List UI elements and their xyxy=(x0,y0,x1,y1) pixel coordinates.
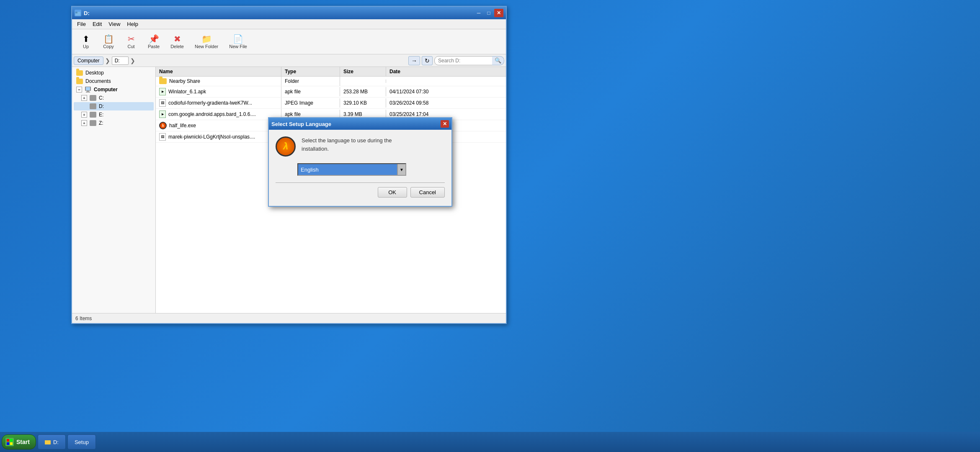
dialog-titlebar: Select Setup Language ✕ xyxy=(269,118,451,130)
cancel-button[interactable]: Cancel xyxy=(410,187,445,198)
dialog-buttons: OK Cancel xyxy=(276,187,445,199)
dialog-close-button[interactable]: ✕ xyxy=(441,120,449,128)
dialog-divider xyxy=(276,182,445,183)
language-dropdown-arrow[interactable]: ▼ xyxy=(397,164,405,175)
dialog-body: λ Select the language to use during the … xyxy=(269,130,451,206)
language-dropdown-wrapper[interactable]: English ▼ xyxy=(297,163,406,176)
lambda-symbol: λ xyxy=(283,141,288,152)
language-selected-value: English xyxy=(298,164,397,175)
ok-button[interactable]: OK xyxy=(378,187,407,198)
dialog-title: Select Setup Language xyxy=(271,121,331,127)
language-select-row: English ▼ xyxy=(297,163,445,176)
dialog-top-row: λ Select the language to use during the … xyxy=(276,136,445,157)
dialog-description: Select the language to use during the in… xyxy=(302,136,392,157)
half-life-logo: λ xyxy=(276,136,296,157)
setup-language-dialog: Select Setup Language ✕ λ Select the lan… xyxy=(268,117,452,207)
modal-overlay: Select Setup Language ✕ λ Select the lan… xyxy=(0,0,980,452)
